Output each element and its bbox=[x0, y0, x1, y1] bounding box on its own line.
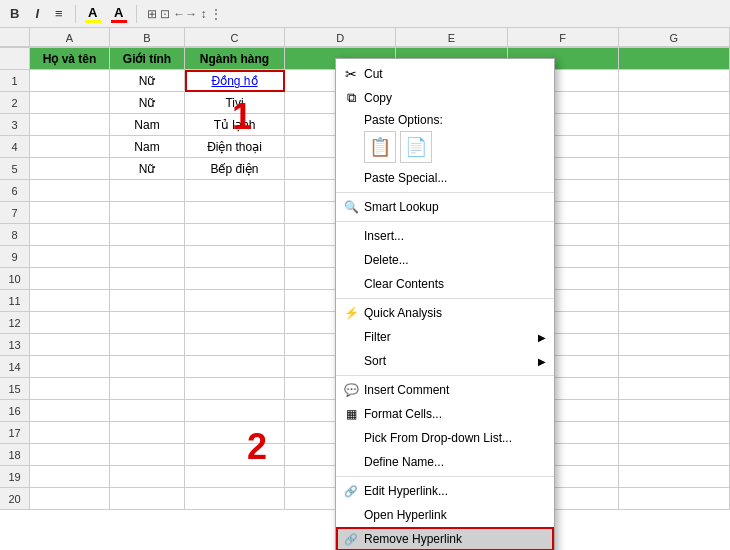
menu-item-format-cells[interactable]: ▦ Format Cells... bbox=[336, 402, 554, 426]
row-num-16: 16 bbox=[0, 400, 30, 422]
menu-label-open-hyperlink: Open Hyperlink bbox=[364, 508, 447, 522]
font-color-button[interactable]: A bbox=[108, 4, 130, 24]
menu-item-open-hyperlink[interactable]: Open Hyperlink bbox=[336, 503, 554, 527]
menu-item-cut[interactable]: ✂ Cut bbox=[336, 62, 554, 86]
menu-separator-1 bbox=[336, 192, 554, 193]
menu-item-paste-special[interactable]: Paste Special... bbox=[336, 166, 554, 190]
paste-icons-row: 📋 📄 bbox=[336, 129, 554, 166]
cell-5g[interactable] bbox=[619, 158, 730, 180]
highlight-bar bbox=[85, 20, 101, 23]
menu-item-pick-dropdown[interactable]: Pick From Drop-down List... bbox=[336, 426, 554, 450]
row-num-10: 10 bbox=[0, 268, 30, 290]
align-button[interactable]: ≡ bbox=[49, 4, 69, 23]
cell-4c[interactable]: Điện thoại bbox=[185, 136, 285, 158]
cell-2g[interactable] bbox=[619, 92, 730, 114]
row-num-9: 9 bbox=[0, 246, 30, 268]
cell-3b[interactable]: Nam bbox=[110, 114, 185, 136]
menu-separator-2 bbox=[336, 221, 554, 222]
menu-item-define-name[interactable]: Define Name... bbox=[336, 450, 554, 474]
cell-4g[interactable] bbox=[619, 136, 730, 158]
menu-item-clear-contents[interactable]: Clear Contents bbox=[336, 272, 554, 296]
menu-item-smart-lookup[interactable]: 🔍 Smart Lookup bbox=[336, 195, 554, 219]
row-num-20: 20 bbox=[0, 488, 30, 510]
cell-4a[interactable] bbox=[30, 136, 110, 158]
col-header-d: D bbox=[285, 28, 396, 47]
highlight-label: A bbox=[88, 5, 97, 20]
col-headers-row: A B C D E F G bbox=[0, 28, 730, 48]
cell-2b[interactable]: Nữ bbox=[110, 92, 185, 114]
bold-button[interactable]: B bbox=[4, 4, 25, 23]
font-color-bar bbox=[111, 20, 127, 23]
menu-separator-3 bbox=[336, 298, 554, 299]
paste-options-text: Paste Options: bbox=[364, 113, 443, 127]
highlight-color-button[interactable]: A bbox=[82, 4, 104, 24]
menu-item-sort[interactable]: Sort ▶ bbox=[336, 349, 554, 373]
menu-item-filter[interactable]: Filter ▶ bbox=[336, 325, 554, 349]
cell-1a[interactable] bbox=[30, 70, 110, 92]
row-num-header bbox=[0, 48, 30, 70]
smart-lookup-icon: 🔍 bbox=[342, 198, 360, 216]
menu-label-filter: Filter bbox=[364, 330, 391, 344]
row-num-7: 7 bbox=[0, 202, 30, 224]
menu-label-copy: Copy bbox=[364, 91, 392, 105]
menu-item-insert-comment[interactable]: 💬 Insert Comment bbox=[336, 378, 554, 402]
menu-item-copy[interactable]: ⧉ Copy bbox=[336, 86, 554, 110]
row-num-5: 5 bbox=[0, 158, 30, 180]
font-color-label: A bbox=[114, 5, 123, 20]
menu-item-delete[interactable]: Delete... bbox=[336, 248, 554, 272]
menu-label-sort: Sort bbox=[364, 354, 386, 368]
cell-1b[interactable]: Nữ bbox=[110, 70, 185, 92]
cell-5a[interactable] bbox=[30, 158, 110, 180]
header-cell-name[interactable]: Họ và tên bbox=[30, 48, 110, 70]
paste-icon-1[interactable]: 📋 bbox=[364, 131, 396, 163]
cell-2c[interactable]: Tivi bbox=[185, 92, 285, 114]
menu-item-quick-analysis[interactable]: ⚡ Quick Analysis bbox=[336, 301, 554, 325]
quick-analysis-icon: ⚡ bbox=[342, 304, 360, 322]
cell-5c[interactable]: Bếp điện bbox=[185, 158, 285, 180]
format-cells-icon: ▦ bbox=[342, 405, 360, 423]
menu-label-format-cells: Format Cells... bbox=[364, 407, 442, 421]
cell-3a[interactable] bbox=[30, 114, 110, 136]
cut-icon: ✂ bbox=[342, 65, 360, 83]
cell-4b[interactable]: Nam bbox=[110, 136, 185, 158]
menu-label-paste-special: Paste Special... bbox=[364, 171, 447, 185]
menu-label-quick-analysis: Quick Analysis bbox=[364, 306, 442, 320]
cell-5b[interactable]: Nữ bbox=[110, 158, 185, 180]
row-num-15: 15 bbox=[0, 378, 30, 400]
filter-arrow-icon: ▶ bbox=[538, 332, 546, 343]
row-num-6: 6 bbox=[0, 180, 30, 202]
cell-2a[interactable] bbox=[30, 92, 110, 114]
cell-3g[interactable] bbox=[619, 114, 730, 136]
menu-separator-5 bbox=[336, 476, 554, 477]
edit-hyperlink-icon: 🔗 bbox=[342, 482, 360, 500]
menu-item-edit-hyperlink[interactable]: 🔗 Edit Hyperlink... bbox=[336, 479, 554, 503]
menu-label-smart-lookup: Smart Lookup bbox=[364, 200, 439, 214]
toolbar: B I ≡ A A ⊞ ⊡ ←→ ↕ ⋮ bbox=[0, 0, 730, 28]
cell-1c[interactable]: Đồng hồ bbox=[185, 70, 285, 92]
menu-item-remove-hyperlink[interactable]: 🔗 Remove Hyperlink bbox=[336, 527, 554, 550]
italic-button[interactable]: I bbox=[29, 4, 45, 23]
header-cell-gender[interactable]: Giới tính bbox=[110, 48, 185, 70]
row-num-18: 18 bbox=[0, 444, 30, 466]
row-num-12: 12 bbox=[0, 312, 30, 334]
row-num-4: 4 bbox=[0, 136, 30, 158]
copy-icon: ⧉ bbox=[342, 89, 360, 107]
menu-label-delete: Delete... bbox=[364, 253, 409, 267]
row-num-13: 13 bbox=[0, 334, 30, 356]
toolbar-extra: ⊞ ⊡ ←→ ↕ ⋮ bbox=[147, 7, 222, 21]
menu-label-remove-hyperlink: Remove Hyperlink bbox=[364, 532, 462, 546]
menu-item-insert[interactable]: Insert... bbox=[336, 224, 554, 248]
col-header-g: G bbox=[619, 28, 730, 47]
cell-1g[interactable] bbox=[619, 70, 730, 92]
cell-3c[interactable]: Tủ lạnh bbox=[185, 114, 285, 136]
menu-label-insert: Insert... bbox=[364, 229, 404, 243]
header-cell-g bbox=[619, 48, 730, 70]
menu-label-define-name: Define Name... bbox=[364, 455, 444, 469]
paste-options-label: Paste Options: bbox=[336, 110, 554, 129]
col-header-c: C bbox=[185, 28, 285, 47]
header-cell-product[interactable]: Ngành hàng bbox=[185, 48, 285, 70]
remove-hyperlink-icon: 🔗 bbox=[342, 530, 360, 548]
menu-label-cut: Cut bbox=[364, 67, 383, 81]
paste-icon-2[interactable]: 📄 bbox=[400, 131, 432, 163]
col-header-f: F bbox=[508, 28, 619, 47]
